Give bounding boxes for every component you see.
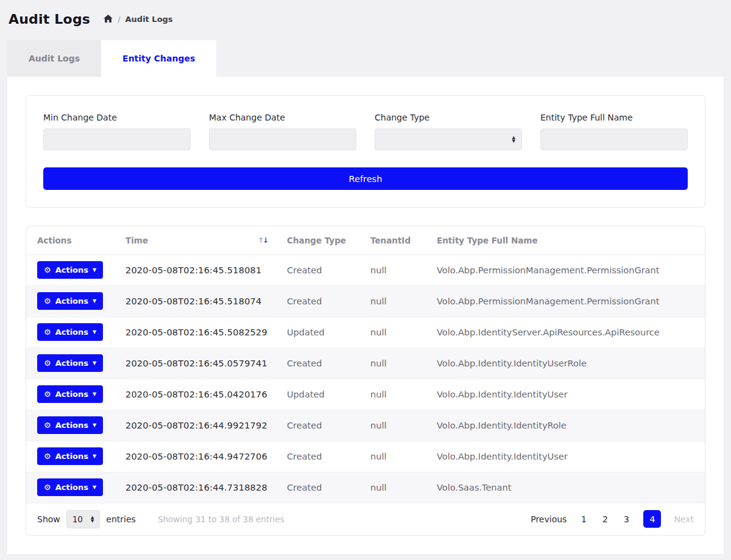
- tenant-id-cell: null: [359, 254, 426, 285]
- pagination-previous[interactable]: Previous: [531, 514, 567, 524]
- actions-cell: ⚙ Actions ▼: [26, 410, 115, 441]
- change-type-cell: Updated: [276, 379, 359, 410]
- change-type-select[interactable]: ▲▼: [375, 128, 522, 150]
- column-header-tenant-id: TenantId: [359, 226, 426, 254]
- page-number[interactable]: 4: [643, 510, 661, 528]
- select-updown-icon: ▲▼: [91, 516, 94, 523]
- max-change-date-label: Max Change Date: [209, 113, 356, 122]
- change-type-cell: Created: [276, 472, 359, 503]
- time-cell: 2020-05-08T02:16:44.9921792: [115, 410, 276, 441]
- page-numbers: 1234: [579, 510, 661, 528]
- sort-icon[interactable]: ↑↓: [258, 236, 267, 245]
- time-cell: 2020-05-08T02:16:45.5082529: [115, 317, 276, 348]
- table-body: ⚙ Actions ▼ 2020-05-08T02:16:45.518081 C…: [26, 254, 705, 503]
- min-change-date-input[interactable]: [43, 128, 191, 150]
- home-icon[interactable]: [104, 15, 113, 23]
- row-actions-button[interactable]: ⚙ Actions ▼: [37, 354, 103, 372]
- gear-icon: ⚙: [44, 266, 51, 274]
- row-actions-button[interactable]: ⚙ Actions ▼: [37, 292, 103, 310]
- page-number[interactable]: 3: [622, 514, 630, 524]
- filter-field-entity-type: Entity Type Full Name: [540, 113, 688, 150]
- table-row: ⚙ Actions ▼ 2020-05-08T02:16:44.7318828 …: [26, 472, 705, 503]
- actions-cell: ⚙ Actions ▼: [26, 472, 115, 503]
- page-number[interactable]: 1: [579, 514, 588, 524]
- actions-cell: ⚙ Actions ▼: [26, 254, 115, 285]
- caret-down-icon: ▼: [93, 392, 96, 397]
- caret-down-icon: ▼: [93, 330, 96, 335]
- caret-down-icon: ▼: [93, 485, 96, 490]
- tenant-id-cell: null: [359, 441, 426, 472]
- entity-type-cell: Volo.Abp.Identity.IdentityUser: [426, 441, 705, 472]
- table-row: ⚙ Actions ▼ 2020-05-08T02:16:44.9921792 …: [26, 410, 705, 441]
- actions-button-label: Actions: [55, 452, 88, 461]
- column-header-change-type: Change Type: [276, 226, 359, 254]
- time-cell: 2020-05-08T02:16:45.0579741: [115, 348, 276, 379]
- entity-type-cell: Volo.Abp.Identity.IdentityRole: [426, 410, 705, 441]
- table-card: Actions Time ↑↓ Change Type TenantId Ent…: [26, 226, 705, 536]
- refresh-button[interactable]: Refresh: [43, 167, 688, 190]
- pagination-next[interactable]: Next: [674, 514, 694, 524]
- max-change-date-input[interactable]: [209, 128, 356, 150]
- entity-type-input[interactable]: [540, 128, 688, 150]
- actions-button-label: Actions: [55, 265, 88, 275]
- breadcrumb: / Audit Logs: [104, 15, 172, 24]
- tenant-id-cell: null: [359, 285, 426, 317]
- row-actions-button[interactable]: ⚙ Actions ▼: [37, 323, 103, 341]
- entity-type-cell: Volo.Abp.PermissionManagement.Permission…: [426, 285, 705, 317]
- page-header: Audit Logs / Audit Logs: [0, 0, 731, 35]
- gear-icon: ⚙: [44, 421, 51, 429]
- page-number[interactable]: 2: [601, 514, 609, 524]
- caret-down-icon: ▼: [93, 454, 96, 459]
- actions-cell: ⚙ Actions ▼: [26, 317, 115, 348]
- row-actions-button[interactable]: ⚙ Actions ▼: [37, 416, 103, 434]
- change-type-cell: Created: [276, 254, 359, 285]
- entity-type-label: Entity Type Full Name: [540, 113, 688, 122]
- tenant-id-cell: null: [359, 379, 426, 410]
- gear-icon: ⚙: [44, 297, 51, 305]
- gear-icon: ⚙: [44, 359, 51, 367]
- table-row: ⚙ Actions ▼ 2020-05-08T02:16:45.518081 C…: [26, 254, 705, 285]
- gear-icon: ⚙: [44, 452, 51, 460]
- row-actions-button[interactable]: ⚙ Actions ▼: [37, 385, 103, 403]
- tenant-id-cell: null: [359, 472, 426, 503]
- entity-type-cell: Volo.Abp.Identity.IdentityUserRole: [426, 348, 705, 379]
- actions-button-label: Actions: [55, 359, 88, 368]
- row-actions-button[interactable]: ⚙ Actions ▼: [37, 261, 103, 279]
- min-change-date-label: Min Change Date: [43, 113, 191, 122]
- tenant-id-cell: null: [359, 317, 426, 348]
- entries-label: entries: [106, 514, 136, 524]
- filter-grid: Min Change Date Max Change Date Change T…: [43, 113, 688, 150]
- entity-changes-table: Actions Time ↑↓ Change Type TenantId Ent…: [26, 226, 705, 503]
- change-type-cell: Created: [276, 285, 359, 317]
- tab-entity-changes[interactable]: Entity Changes: [101, 40, 216, 77]
- actions-button-label: Actions: [55, 421, 88, 430]
- row-actions-button[interactable]: ⚙ Actions ▼: [37, 478, 103, 496]
- change-type-cell: Created: [276, 348, 359, 379]
- entity-type-cell: Volo.Abp.PermissionManagement.Permission…: [426, 254, 705, 285]
- time-cell: 2020-05-08T02:16:45.518074: [115, 285, 276, 317]
- breadcrumb-current: Audit Logs: [125, 15, 173, 24]
- pagination: Previous 1234 Next: [531, 510, 694, 528]
- time-cell: 2020-05-08T02:16:44.7318828: [115, 472, 276, 503]
- filter-field-min-change-date: Min Change Date: [43, 113, 191, 150]
- column-header-time-label: Time: [125, 236, 148, 245]
- page-size-control: Show 10 ▲▼ entries: [37, 510, 136, 528]
- row-actions-button[interactable]: ⚙ Actions ▼: [37, 447, 103, 465]
- caret-down-icon: ▼: [93, 361, 96, 366]
- time-cell: 2020-05-08T02:16:45.0420176: [115, 379, 276, 410]
- breadcrumb-separator: /: [118, 15, 120, 24]
- table-row: ⚙ Actions ▼ 2020-05-08T02:16:45.518074 C…: [26, 285, 705, 317]
- showing-entries-text: Showing 31 to 38 of 38 entries: [158, 514, 284, 524]
- filter-field-change-type: Change Type ▲▼: [375, 113, 522, 150]
- page: Audit Logs / Audit Logs Audit Logs Entit…: [0, 0, 731, 554]
- table-footer: Show 10 ▲▼ entries Showing 31 to 38 of 3…: [26, 503, 705, 535]
- page-title: Audit Logs: [9, 12, 90, 27]
- tab-bar: Audit Logs Entity Changes: [7, 40, 724, 77]
- actions-cell: ⚙ Actions ▼: [26, 441, 115, 472]
- column-header-time[interactable]: Time ↑↓: [115, 226, 276, 254]
- change-type-cell: Updated: [276, 317, 359, 348]
- change-type-label: Change Type: [375, 113, 522, 122]
- tab-audit-logs[interactable]: Audit Logs: [7, 40, 101, 77]
- select-updown-icon: ▲▼: [512, 136, 515, 143]
- page-size-select[interactable]: 10 ▲▼: [66, 510, 101, 528]
